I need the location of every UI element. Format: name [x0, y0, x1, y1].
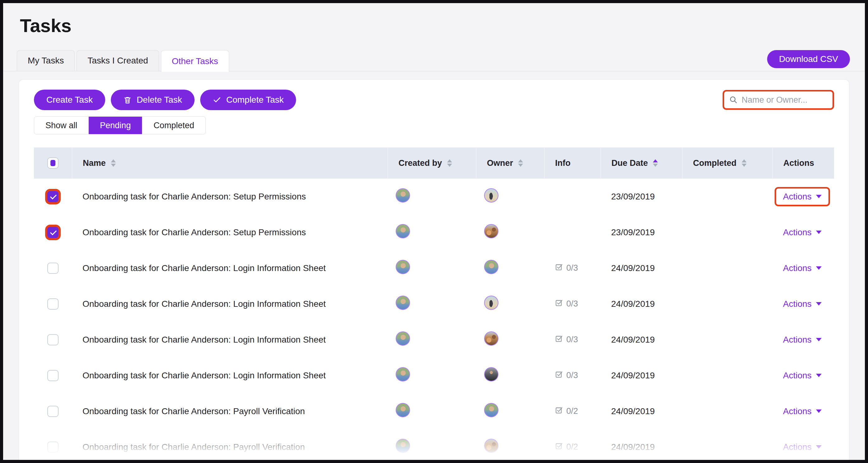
- actions-dropdown[interactable]: Actions: [783, 442, 822, 452]
- column-header-completed[interactable]: Completed: [682, 147, 772, 178]
- tab-my-tasks[interactable]: My Tasks: [17, 50, 75, 71]
- table-body: Onboarding task for Charlie Anderson: Se…: [34, 178, 834, 460]
- toolbar-buttons: Create Task Delete Task Complete Task: [34, 90, 296, 110]
- check-icon: [213, 96, 221, 104]
- complete-task-button[interactable]: Complete Task: [200, 90, 297, 110]
- caret-down-icon: [816, 409, 822, 413]
- actions-dropdown[interactable]: Actions: [783, 299, 822, 309]
- tab-label: Tasks I Created: [88, 56, 148, 66]
- owner-avatar: [484, 188, 498, 203]
- column-header-label: Actions: [783, 158, 814, 168]
- filter-show-all[interactable]: Show all: [34, 117, 88, 134]
- table-row: Onboarding task for Charlie Anderson: Lo…: [34, 286, 834, 322]
- due-date: 23/09/2019: [611, 192, 655, 201]
- card-toolbar: Create Task Delete Task Complete Task: [34, 90, 834, 110]
- owner-avatar: [484, 260, 498, 274]
- toolbar-button-label: Complete Task: [226, 95, 284, 105]
- table-header: Name Created by Owner Info Due Date Comp…: [34, 147, 834, 178]
- owner-avatar: [484, 439, 498, 453]
- column-header-owner[interactable]: Owner: [476, 147, 544, 178]
- column-header-created-by[interactable]: Created by: [388, 147, 476, 178]
- created-by-avatar: [396, 331, 410, 346]
- sort-icon[interactable]: [653, 159, 658, 167]
- subtask-count: 0/3: [566, 299, 578, 309]
- task-name: Onboarding task for Charlie Anderson: Se…: [83, 227, 306, 237]
- row-checkbox[interactable]: [47, 227, 59, 238]
- page-title: Tasks: [20, 15, 851, 36]
- actions-dropdown[interactable]: Actions: [783, 263, 822, 273]
- table-row: Onboarding task for Charlie Anderson: Lo…: [34, 322, 834, 358]
- column-header-name[interactable]: Name: [72, 147, 388, 178]
- task-name: Onboarding task for Charlie Anderson: Lo…: [83, 299, 326, 309]
- checklist-icon: [555, 406, 563, 417]
- table-row: Onboarding task for Charlie Anderson: Lo…: [34, 358, 834, 393]
- tab-other-tasks[interactable]: Other Tasks: [161, 50, 229, 72]
- sort-icon[interactable]: [111, 159, 116, 167]
- actions-dropdown[interactable]: Actions: [783, 406, 822, 416]
- column-header-label: Name: [83, 158, 106, 168]
- subtask-count: 0/3: [566, 263, 578, 273]
- due-date: 24/09/2019: [611, 371, 655, 380]
- search-input[interactable]: [742, 95, 828, 105]
- column-header-actions[interactable]: Actions: [772, 147, 834, 178]
- tab-bar: My Tasks Tasks I Created Other Tasks: [17, 50, 229, 72]
- filter-segment-label: Pending: [100, 121, 131, 130]
- actions-dropdown-label: Actions: [783, 192, 812, 202]
- subtask-progress: 0/2: [555, 442, 578, 453]
- row-checkbox[interactable]: [47, 441, 59, 453]
- filter-completed[interactable]: Completed: [142, 117, 206, 134]
- search-box: [723, 90, 834, 110]
- download-csv-button[interactable]: Download CSV: [767, 50, 850, 68]
- tasks-page: Tasks My Tasks Tasks I Created Other Tas…: [3, 3, 865, 460]
- sort-desc-icon: [111, 164, 116, 167]
- actions-dropdown-label: Actions: [783, 371, 812, 381]
- sort-asc-icon: [111, 159, 116, 162]
- actions-dropdown-label: Actions: [783, 335, 812, 345]
- row-checkbox[interactable]: [47, 263, 59, 274]
- actions-dropdown[interactable]: Actions: [775, 187, 830, 206]
- delete-task-button[interactable]: Delete Task: [111, 90, 194, 110]
- owner-avatar: [484, 296, 498, 310]
- row-checkbox[interactable]: [47, 406, 59, 417]
- tasks-card: Create Task Delete Task Complete Task: [19, 79, 849, 460]
- task-name: Onboarding task for Charlie Anderson: Lo…: [83, 371, 326, 380]
- subtask-progress: 0/2: [555, 406, 578, 417]
- created-by-avatar: [396, 296, 410, 310]
- actions-dropdown-label: Actions: [783, 227, 812, 237]
- row-checkbox[interactable]: [47, 370, 59, 381]
- checklist-icon: [555, 263, 563, 273]
- subtask-count: 0/3: [566, 335, 578, 344]
- caret-down-icon: [816, 445, 822, 449]
- row-checkbox[interactable]: [47, 298, 59, 309]
- column-header-label: Info: [555, 158, 570, 168]
- task-name: Onboarding task for Charlie Anderson: Pa…: [83, 406, 305, 416]
- caret-down-icon: [816, 266, 822, 270]
- trash-icon: [123, 96, 132, 104]
- actions-dropdown[interactable]: Actions: [783, 371, 822, 381]
- sort-desc-icon: [518, 164, 523, 167]
- column-header-due-date[interactable]: Due Date: [600, 147, 682, 178]
- row-checkbox[interactable]: [47, 191, 59, 202]
- sort-icon[interactable]: [742, 159, 747, 167]
- row-checkbox[interactable]: [47, 334, 59, 345]
- filter-pending[interactable]: Pending: [88, 117, 142, 134]
- search-icon: [729, 96, 738, 104]
- tab-label: Other Tasks: [172, 56, 218, 66]
- sort-icon[interactable]: [447, 159, 452, 167]
- filter-segment-label: Completed: [154, 121, 194, 130]
- table-row: Onboarding task for Charlie Anderson: Lo…: [34, 250, 834, 286]
- created-by-avatar: [396, 439, 410, 453]
- task-name: Onboarding task for Charlie Anderson: Se…: [83, 192, 306, 201]
- actions-dropdown[interactable]: Actions: [783, 335, 822, 345]
- topbar: My Tasks Tasks I Created Other Tasks Dow…: [17, 50, 851, 79]
- select-all-checkbox[interactable]: [47, 158, 59, 169]
- actions-dropdown[interactable]: Actions: [783, 227, 822, 237]
- sort-icon[interactable]: [518, 159, 523, 167]
- due-date: 24/09/2019: [611, 335, 655, 344]
- column-header-info[interactable]: Info: [544, 147, 600, 178]
- create-task-button[interactable]: Create Task: [34, 90, 105, 110]
- tab-tasks-i-created[interactable]: Tasks I Created: [76, 50, 159, 71]
- caret-down-icon: [816, 195, 822, 198]
- table-row: Onboarding task for Charlie Anderson: Se…: [34, 178, 834, 214]
- subtask-count: 0/2: [566, 406, 578, 416]
